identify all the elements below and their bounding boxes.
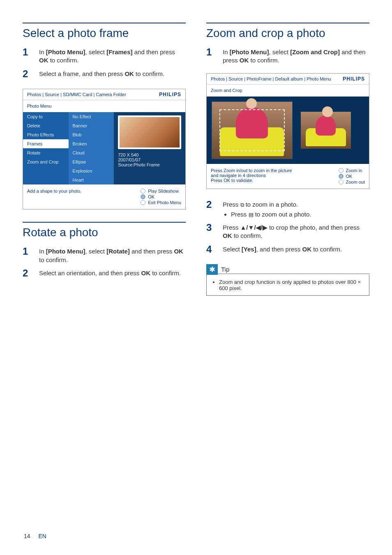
option-ring-icon <box>339 174 344 179</box>
steps-list-zoom-after: 2 Press ⧉ to zoom in a photo. Press ▤ to… <box>206 198 369 256</box>
option-row[interactable]: OK <box>339 174 365 179</box>
step-number: 3 <box>206 221 215 240</box>
preview-meta: 2007/01/07 <box>118 157 181 162</box>
left-column: Select a photo frame 1 In [Photo Menu], … <box>23 23 186 296</box>
page-lang: EN <box>38 533 46 539</box>
page-footer: 14 EN <box>24 533 46 539</box>
breadcrumb: Photos | Source | SD/MMC Card | Camera F… <box>27 92 126 97</box>
option-ring-icon <box>339 180 344 184</box>
step-number: 1 <box>23 46 32 65</box>
steps-list-frames: 1 In [Photo Menu], select [Frames] and t… <box>23 46 186 81</box>
tip-label: Tip <box>218 265 369 274</box>
preview-column: 720 X 540 2007/01/07 Source:Photo Frame <box>114 112 185 184</box>
option-row[interactable]: OK <box>141 194 181 199</box>
menu-column-1: Copy toDeletePhoto EffectsFramesRotateZo… <box>23 112 69 184</box>
zoom-in-icon: ⧉ <box>240 201 244 209</box>
step-text: Select [Yes], and then press OK to confi… <box>223 243 342 256</box>
brand-logo: PHILIPS <box>343 76 365 82</box>
option-ring-icon <box>339 168 344 173</box>
step-text: Select a frame, and then press OK to con… <box>39 67 164 81</box>
option-ring-icon <box>141 189 145 193</box>
menu-item[interactable]: Frames <box>23 139 69 148</box>
menu-item[interactable]: Delete <box>23 121 69 130</box>
menu-item[interactable]: Banner <box>69 121 114 130</box>
option-label: OK <box>148 194 154 199</box>
option-label: OK <box>346 174 353 179</box>
step-text: In [Photo Menu], select [Zoom and Crop] … <box>223 46 369 65</box>
menu-item[interactable]: Explosion <box>69 166 114 175</box>
step-number: 2 <box>23 267 32 280</box>
step-text: Press ⧉ to zoom in a photo. Press ▤ to z… <box>223 198 311 219</box>
zoom-out-icon: ▤ <box>249 211 254 219</box>
step-number: 2 <box>23 67 32 81</box>
steps-list-zoom-before: 1 In [Photo Menu], select [Zoom and Crop… <box>206 46 369 65</box>
step-text: In [Photo Menu], select [Frames] and the… <box>39 46 186 65</box>
option-row[interactable]: Exit Photo Menu <box>141 200 181 205</box>
step-number: 1 <box>206 46 215 65</box>
option-label: Exit Photo Menu <box>148 200 181 205</box>
brand-logo: PHILIPS <box>159 92 181 97</box>
zoom-small-preview <box>301 112 351 149</box>
option-label: Zoom in <box>346 168 362 173</box>
step-number: 4 <box>206 243 215 256</box>
option-label: Zoom out <box>346 180 365 184</box>
preview-meta: Source:Photo Frame <box>118 162 181 167</box>
menu-column-2: No EffectBannerBlobBrokenCloudEllipseExp… <box>69 112 114 184</box>
menu-item[interactable]: Rotate <box>23 148 69 157</box>
foot-options: Play SlideshowOKExit Photo Menu <box>141 189 181 205</box>
steps-list-rotate: 1 In [Photo Menu], select [Rotate] and t… <box>23 245 186 280</box>
option-ring-icon <box>141 200 145 205</box>
menu-item[interactable]: Cloud <box>69 148 114 157</box>
tip-text: Zoom and crop function is only applied t… <box>219 279 363 291</box>
tip-box: ✱ Tip Zoom and crop function is only app… <box>206 264 369 296</box>
shot-subtitle: Zoom and Crop <box>207 84 369 97</box>
menu-item[interactable]: Photo Effects <box>23 130 69 139</box>
option-ring-icon <box>141 194 145 199</box>
step-text: Select an orientation, and then press OK… <box>39 267 181 280</box>
menu-item[interactable]: Ellipse <box>69 157 114 166</box>
menu-item[interactable]: Copy to <box>23 112 69 121</box>
tip-asterisk-icon: ✱ <box>206 264 218 275</box>
menu-item[interactable]: Broken <box>69 139 114 148</box>
foot-options: Zoom inOKZoom out <box>339 168 365 184</box>
menu-item[interactable]: Blob <box>69 130 114 139</box>
step-number: 2 <box>206 198 215 219</box>
preview-meta: 720 X 540 <box>118 152 181 157</box>
option-row[interactable]: Play Slideshow <box>141 189 181 193</box>
option-label: Play Slideshow <box>148 189 179 193</box>
option-row[interactable]: Zoom in <box>339 168 365 173</box>
section-title-zoom: Zoom and crop a photo <box>206 27 369 40</box>
step-text: Press ▲/▼/◀/▶ to crop the photo, and the… <box>223 221 369 240</box>
zoom-crop-screenshot: Photos | Source | PhotoFrame | Default a… <box>206 73 369 189</box>
preview-thumbnail <box>118 115 181 149</box>
breadcrumb: Photos | Source | PhotoFrame | Default a… <box>211 76 331 81</box>
menu-item[interactable]: No Effect <box>69 112 114 121</box>
menu-item[interactable]: Zoom and Crop <box>23 157 69 166</box>
section-title-frames: Select a photo frame <box>23 27 186 40</box>
zoom-large-preview <box>212 101 293 159</box>
section-title-rotate: Rotate a photo <box>23 226 186 239</box>
shot-subtitle: Photo Menu <box>23 100 185 112</box>
menu-item[interactable]: Heart <box>69 175 114 184</box>
page-number: 14 <box>24 533 30 539</box>
foot-hint: Press Zoom in/out to zoom in the picture… <box>211 168 292 184</box>
photo-menu-screenshot: Photos | Source | SD/MMC Card | Camera F… <box>23 89 186 210</box>
foot-hint: Add a shape to your photo. <box>27 189 81 205</box>
sub-step: Press ▤ to zoom out a photo. <box>231 210 311 219</box>
step-number: 1 <box>23 245 32 264</box>
option-row[interactable]: Zoom out <box>339 180 365 184</box>
right-column: Zoom and crop a photo 1 In [Photo Menu],… <box>206 23 369 296</box>
step-text: In [Photo Menu], select [Rotate] and the… <box>39 245 186 264</box>
